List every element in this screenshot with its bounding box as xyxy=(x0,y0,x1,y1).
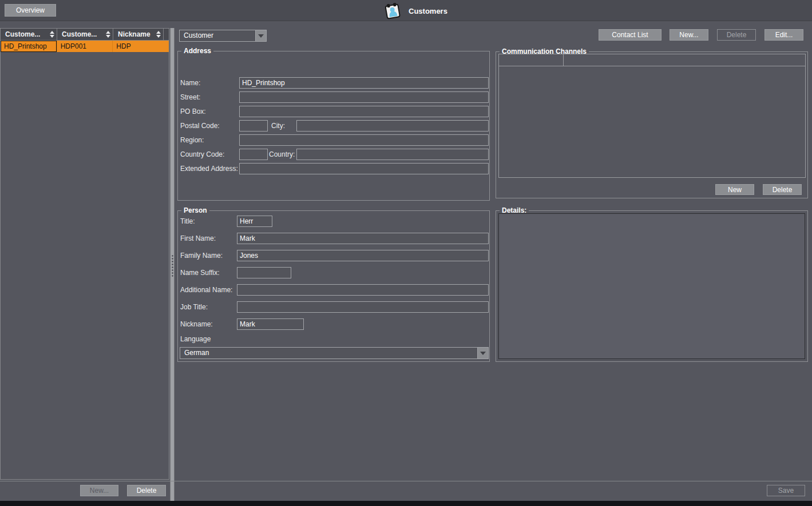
nickname-field[interactable] xyxy=(237,318,304,330)
title-field[interactable] xyxy=(237,216,272,227)
page-title-group: Customers xyxy=(383,2,447,20)
region-label: Region: xyxy=(180,134,204,146)
communication-channels-group: Communication Channels New Delete xyxy=(496,51,808,198)
delete-customer-button: Delete xyxy=(717,29,756,41)
page-title: Customers xyxy=(409,7,447,15)
city-field[interactable] xyxy=(296,120,489,132)
column-header-customer-name[interactable]: Custome... xyxy=(1,29,57,40)
sort-icon[interactable] xyxy=(106,31,110,38)
details-textarea[interactable] xyxy=(498,213,805,359)
po-box-field[interactable] xyxy=(239,106,489,117)
name-label: Name: xyxy=(180,77,200,89)
postal-code-field[interactable] xyxy=(239,120,268,132)
address-group-title: Address xyxy=(181,47,213,55)
extended-address-field[interactable] xyxy=(239,163,489,174)
nickname-label: Nickname: xyxy=(180,318,213,330)
person-group: Person Title: First Name: Family Name: N… xyxy=(177,210,490,362)
street-label: Street: xyxy=(180,91,200,103)
new-channel-button[interactable]: New xyxy=(715,184,754,195)
address-group: Address Name: Street: PO Box: Postal Cod… xyxy=(177,51,490,201)
table-row-selected[interactable]: HD_Printshop HDP001 HDP xyxy=(1,41,169,52)
name-field[interactable] xyxy=(239,77,489,89)
city-label: City: xyxy=(271,120,285,132)
new-list-entry-button: New... xyxy=(80,485,118,496)
customer-type-value: Customer xyxy=(180,30,255,41)
overview-button[interactable]: Overview xyxy=(5,4,56,17)
extended-address-label: Extended Address: xyxy=(180,163,238,174)
splitter-grip-icon xyxy=(171,254,174,277)
first-name-label: First Name: xyxy=(180,233,216,244)
job-title-label: Job Title: xyxy=(180,301,208,313)
language-select[interactable]: German xyxy=(180,347,489,359)
country-code-field[interactable] xyxy=(239,149,268,160)
delete-list-entry-button[interactable]: Delete xyxy=(127,485,166,496)
sort-icon[interactable] xyxy=(50,31,54,38)
save-button: Save xyxy=(767,485,805,496)
sort-icon[interactable] xyxy=(156,31,161,38)
cell-customer-number[interactable]: HDP001 xyxy=(57,41,113,52)
communication-channels-table xyxy=(498,54,806,178)
family-name-label: Family Name: xyxy=(180,250,223,261)
edit-customer-button[interactable]: Edit... xyxy=(765,29,803,41)
customer-list-header: Custome... Custome... Nickname xyxy=(1,29,169,41)
contact-list-button[interactable]: Contact List xyxy=(599,29,662,41)
new-customer-button[interactable]: New... xyxy=(670,29,708,41)
cell-customer-name[interactable]: HD_Printshop xyxy=(1,41,57,52)
channel-value-column-header[interactable] xyxy=(564,54,805,66)
country-field[interactable] xyxy=(296,149,489,160)
person-group-title: Person xyxy=(181,206,209,214)
job-title-field[interactable] xyxy=(237,301,489,313)
postal-code-label: Postal Code: xyxy=(180,120,220,132)
column-header-filler xyxy=(164,29,169,40)
customers-icon xyxy=(383,2,402,20)
window-bottom-bar xyxy=(0,501,812,506)
name-suffix-label: Name Suffix: xyxy=(180,267,219,278)
po-box-label: PO Box: xyxy=(180,106,206,117)
top-bar: Overview Customers xyxy=(0,0,812,21)
language-value: German xyxy=(180,348,477,358)
region-field[interactable] xyxy=(239,134,489,146)
column-header-nickname[interactable]: Nickname xyxy=(113,29,164,40)
country-label: Country: xyxy=(269,149,295,160)
cell-nickname[interactable]: HDP xyxy=(113,41,169,52)
additional-name-field[interactable] xyxy=(237,284,489,296)
language-label: Language xyxy=(180,333,211,345)
customer-type-select[interactable]: Customer xyxy=(179,30,267,42)
delete-channel-button[interactable]: Delete xyxy=(763,184,802,195)
column-header-customer-number[interactable]: Custome... xyxy=(57,29,113,40)
title-label: Title: xyxy=(180,216,195,227)
customer-list-panel: Custome... Custome... Nickname HD_Prints… xyxy=(0,28,169,480)
street-field[interactable] xyxy=(239,91,489,103)
chevron-down-icon[interactable] xyxy=(477,348,488,358)
communication-channels-header xyxy=(499,54,805,66)
country-code-label: Country Code: xyxy=(180,149,224,160)
channel-type-column-header[interactable] xyxy=(499,54,564,66)
chevron-down-icon[interactable] xyxy=(255,30,266,41)
family-name-field[interactable] xyxy=(237,250,489,261)
additional-name-label: Additional Name: xyxy=(180,284,232,296)
name-suffix-field[interactable] xyxy=(237,267,291,278)
panel-splitter[interactable] xyxy=(170,28,175,501)
first-name-field[interactable] xyxy=(237,233,489,244)
bottom-divider xyxy=(0,481,812,481)
details-group: Details: xyxy=(496,210,808,362)
